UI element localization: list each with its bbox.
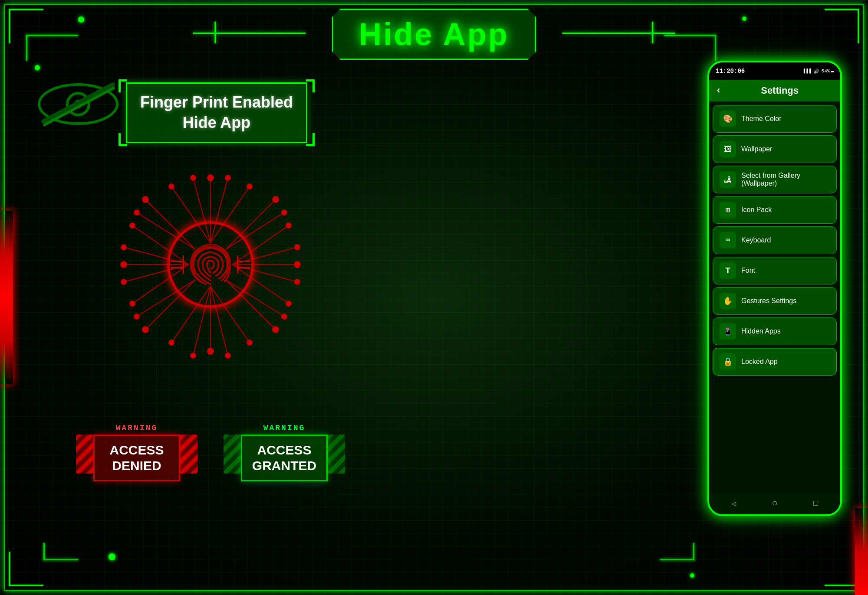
svg-point-48 [294, 261, 301, 268]
track [693, 543, 694, 560]
title-box: Hide App [332, 9, 536, 60]
menu-item-font[interactable]: T Font [713, 257, 837, 284]
track [26, 35, 78, 36]
scan-corner-bl [237, 255, 250, 268]
menu-item-theme-color[interactable]: 🎨 Theme Color [713, 105, 837, 133]
svg-point-53 [142, 196, 149, 203]
menu-item-wallpaper[interactable]: 🖼 Wallpaper [713, 135, 837, 163]
font-icon-box: T [720, 262, 736, 279]
gallery-wallpaper-icon: 🏞 [724, 175, 732, 184]
svg-point-50 [294, 279, 300, 285]
svg-point-43 [120, 261, 127, 268]
gallery-wallpaper-icon-box: 🏞 [720, 171, 736, 188]
gallery-wallpaper-label: Select from Gallery (Wallpaper) [741, 172, 830, 187]
track [715, 35, 716, 61]
svg-point-54 [134, 209, 140, 216]
wallpaper-icon-box: 🖼 [720, 141, 736, 157]
icon-pack-icon: ⊞ [726, 205, 730, 215]
corner-bl [9, 552, 43, 586]
battery-indicator: 54% ▬ [822, 69, 834, 74]
access-granted-box: ACCESSGRANTED [241, 435, 328, 481]
svg-rect-68 [328, 435, 345, 474]
svg-point-46 [129, 222, 135, 229]
menu-item-icon-pack[interactable]: ⊞ Icon Pack [713, 196, 837, 224]
menu-item-keyboard[interactable]: ⌨ Keyboard [713, 226, 837, 254]
nav-home-button[interactable]: ○ [772, 498, 777, 509]
hazard-right-denied [180, 435, 197, 481]
back-button[interactable]: ‹ [716, 85, 721, 96]
wallpaper-label: Wallpaper [741, 145, 772, 153]
theme-color-icon: 🎨 [723, 114, 733, 124]
fingerprint-label-box: Finger Print Enabled Hide App [126, 82, 307, 143]
glow-dot [690, 573, 694, 578]
hidden-apps-label: Hidden Apps [741, 327, 781, 335]
keyboard-icon: ⌨ [726, 235, 730, 245]
svg-point-33 [207, 174, 214, 181]
svg-point-36 [168, 183, 174, 190]
track [43, 559, 78, 560]
svg-point-38 [207, 348, 214, 355]
svg-point-37 [247, 183, 253, 190]
svg-point-59 [272, 326, 279, 333]
svg-rect-67 [224, 435, 241, 474]
svg-point-44 [121, 244, 127, 250]
fingerprint-label-line1: Finger Print Enabled [140, 92, 293, 113]
phone-nav-bar: ◁ ○ □ [709, 493, 840, 514]
keyboard-icon-box: ⌨ [720, 232, 736, 248]
warning-panels: WARNING ACCESSDENIED [59, 424, 362, 481]
bracket-left-bottom [118, 133, 127, 146]
corner-tr [825, 9, 859, 43]
locked-app-label: Locked App [741, 358, 778, 366]
title-container: Hide App [332, 9, 536, 60]
svg-point-39 [190, 353, 196, 359]
locked-app-icon-box: 🔒 [720, 353, 736, 370]
svg-point-55 [272, 196, 279, 203]
status-time: 11:20:06 [716, 68, 745, 75]
hazard-left-denied [76, 435, 93, 481]
header-title: Settings [726, 85, 834, 96]
theme-color-icon-box: 🎨 [720, 111, 736, 127]
phone-notch [757, 62, 792, 71]
nav-recent-button[interactable]: □ [813, 499, 818, 508]
svg-point-40 [225, 353, 231, 359]
nav-back-button[interactable]: ◁ [731, 499, 736, 508]
svg-rect-64 [180, 435, 197, 474]
menu-item-hidden-apps[interactable]: 📱 Hidden Apps [713, 317, 837, 345]
track [664, 35, 716, 36]
locked-app-icon: 🔒 [723, 357, 733, 366]
gestures-icon: ✋ [723, 296, 733, 306]
wifi-icon: 🔊 [813, 69, 819, 74]
svg-rect-63 [76, 435, 93, 474]
svg-point-57 [142, 326, 149, 333]
title-line-left [193, 33, 306, 34]
svg-point-51 [286, 222, 292, 229]
battery-icon: ▬ [831, 69, 834, 74]
fingerprint-label-line2: Hide App [140, 113, 293, 133]
eye-icon [35, 78, 122, 130]
svg-point-60 [281, 314, 287, 320]
red-left-accent [0, 211, 13, 384]
font-label: Font [741, 267, 755, 275]
red-right-accent [855, 508, 868, 595]
app-title: Hide App [359, 17, 509, 52]
signal-icon: ▐▐▐ [802, 69, 811, 74]
menu-item-gallery-wallpaper[interactable]: 🏞 Select from Gallery (Wallpaper) [713, 166, 837, 193]
svg-point-42 [247, 340, 253, 346]
fingerprint-print-icon [182, 236, 239, 293]
glow-dot [742, 16, 746, 21]
menu-item-locked-app[interactable]: 🔒 Locked App [713, 348, 837, 376]
bracket-right-bottom [306, 133, 315, 146]
gestures-icon-box: ✋ [720, 293, 736, 309]
settings-header: ‹ Settings [709, 80, 840, 101]
access-denied-panel: WARNING ACCESSDENIED [76, 424, 197, 481]
access-granted-panel: WARNING ACCESSGRANTED [224, 424, 345, 481]
icon-pack-label: Icon Pack [741, 206, 772, 214]
warning-granted-label: WARNING [224, 424, 345, 432]
svg-point-52 [286, 301, 292, 307]
bracket-right-top [306, 79, 315, 92]
menu-item-gestures[interactable]: ✋ Gestures Settings [713, 287, 837, 315]
bracket-left-top [118, 79, 127, 92]
svg-point-45 [121, 279, 127, 285]
wallpaper-icon: 🖼 [724, 145, 732, 154]
hazard-left-granted [224, 435, 241, 481]
